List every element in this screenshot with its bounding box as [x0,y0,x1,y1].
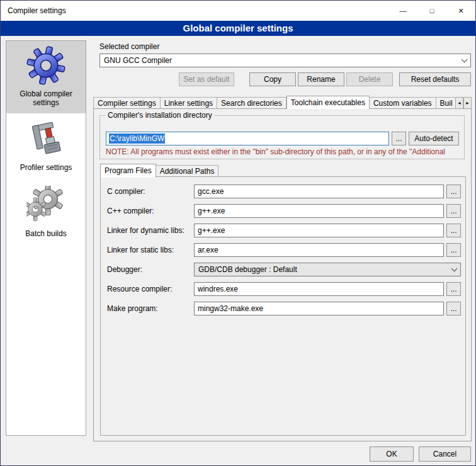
installation-directory-input[interactable]: C:\raylib\MinGW [106,132,389,145]
settings-tabs: Compiler settings Linker settings Search… [93,95,472,109]
resource-compiler-input[interactable] [194,282,444,296]
make-program-browse-button[interactable]: ... [446,302,461,315]
resource-compiler-browse-button[interactable]: ... [446,282,461,296]
field-row-dynamic-linker: Linker for dynamic libs: ... [101,224,465,237]
toolchain-executables-panel: Compiler's installation directory C:\ray… [93,108,472,441]
page-title: Global compiler settings [1,21,475,36]
c-compiler-label: C compiler: [107,185,145,198]
dynamic-linker-browse-button[interactable]: ... [446,224,461,237]
subtab-additional-paths[interactable]: Additional Paths [156,165,219,177]
cpp-compiler-browse-button[interactable]: ... [446,204,461,218]
tab-scroll-buttons: ◄ ► [455,97,472,109]
debugger-value: GDB/CDB debugger : Default [198,265,297,274]
resource-compiler-label: Resource compiler: [107,282,172,296]
dynamic-linker-label: Linker for dynamic libs: [107,224,184,237]
window-controls: — □ ✕ [388,1,475,21]
cancel-button[interactable]: Cancel [419,446,471,462]
titlebar: Compiler settings — □ ✕ [1,1,475,21]
browse-directory-button[interactable]: ... [392,132,406,145]
sidebar-item-batch-builds[interactable]: Batch builds [6,181,86,244]
selected-compiler-select[interactable]: GNU GCC Compiler [99,54,471,67]
delete-button[interactable]: Delete [346,72,393,86]
sidebar-item-label: Profiler settings [20,163,72,172]
tab-build-options[interactable]: Buil [436,97,455,109]
subtab-program-files[interactable]: Program Files [100,164,156,178]
tab-scroll-right-icon[interactable]: ► [463,97,472,109]
program-files-panel: C compiler: ... C++ compiler: ... Linker… [100,176,466,436]
chevron-down-icon [451,265,458,271]
maximize-icon[interactable]: □ [417,1,446,21]
field-row-cpp-compiler: C++ compiler: ... [101,204,465,218]
sidebar-item-label: Batch builds [25,229,66,238]
chevron-down-icon [462,56,468,62]
set-as-default-button[interactable]: Set as default [179,72,234,86]
tab-compiler-settings[interactable]: Compiler settings [93,97,161,109]
tab-search-directories[interactable]: Search directories [217,97,286,109]
global-settings-gear-icon [26,46,65,85]
profiler-icon [28,121,64,159]
minimize-icon[interactable]: — [388,1,417,21]
close-icon[interactable]: ✕ [446,1,475,21]
dynamic-linker-input[interactable] [194,224,444,237]
cpp-compiler-input[interactable] [194,204,444,218]
selected-compiler-label: Selected compiler [99,42,159,51]
reset-defaults-button[interactable]: Reset defaults [399,72,471,86]
field-row-static-linker: Linker for static libs: ... [101,243,465,257]
c-compiler-browse-button[interactable]: ... [446,185,461,198]
tab-scroll-left-icon[interactable]: ◄ [455,97,463,109]
field-row-make-program: Make program: ... [101,302,465,315]
debugger-select[interactable]: GDB/CDB debugger : Default [194,263,461,276]
window-title: Compiler settings [1,6,66,15]
auto-detect-button[interactable]: Auto-detect [409,132,459,145]
batch-builds-gears-icon [26,186,65,225]
installation-directory-group: Compiler's installation directory C:\ray… [99,115,465,159]
tab-linker-settings[interactable]: Linker settings [161,97,217,109]
tab-custom-variables[interactable]: Custom variables [370,97,436,109]
tab-toolchain-executables[interactable]: Toolchain executables [286,96,370,109]
settings-sidebar: Global compiler settings Profiler settin… [6,40,86,436]
sidebar-item-global-compiler-settings[interactable]: Global compiler settings [6,41,86,113]
executables-subtabs: Program Files Additional Paths [100,164,218,177]
compiler-actions: Set as default Copy Rename Delete Reset … [99,72,471,86]
c-compiler-input[interactable] [194,185,444,198]
static-linker-browse-button[interactable]: ... [446,243,461,257]
sidebar-item-profiler-settings[interactable]: Profiler settings [6,116,86,178]
installation-directory-value: C:\raylib\MinGW [109,134,165,144]
ok-button[interactable]: OK [370,446,414,462]
make-program-input[interactable] [194,302,444,315]
make-program-label: Make program: [107,302,158,315]
field-row-c-compiler: C compiler: ... [101,185,465,198]
debugger-label: Debugger: [107,263,142,276]
sidebar-item-label: Global compiler settings [8,89,84,107]
installation-directory-group-title: Compiler's installation directory [105,111,215,120]
tabs-scroll-area: Compiler settings Linker settings Search… [93,95,455,109]
static-linker-label: Linker for static libs: [107,243,174,257]
copy-button[interactable]: Copy [249,72,296,86]
compiler-settings-dialog: Compiler settings — □ ✕ Global compiler … [0,0,476,466]
bin-subdirectory-note: NOTE: All programs must exist either in … [106,147,460,156]
cpp-compiler-label: C++ compiler: [107,204,154,218]
rename-button[interactable]: Rename [298,72,344,86]
field-row-debugger: Debugger: GDB/CDB debugger : Default [101,263,465,276]
static-linker-input[interactable] [194,243,444,257]
selected-compiler-value: GNU GCC Compiler [104,56,172,65]
field-row-resource-compiler: Resource compiler: ... [101,282,465,296]
